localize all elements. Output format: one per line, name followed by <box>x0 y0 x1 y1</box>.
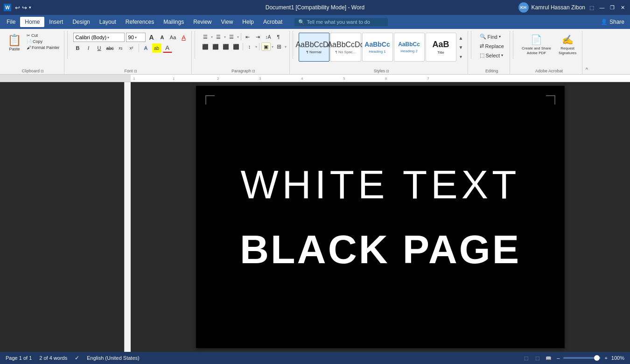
print-layout-button[interactable]: ⬚ <box>521 354 531 362</box>
text-effects-button[interactable]: A <box>141 43 151 53</box>
share-button[interactable]: 👤 Share <box>597 18 628 26</box>
align-center-button[interactable]: ⬛ <box>211 42 220 51</box>
zoom-out-button[interactable]: – <box>557 355 560 361</box>
find-dropdown[interactable]: ▾ <box>499 35 501 39</box>
customize-qat-button[interactable]: ▾ <box>29 5 31 10</box>
menu-help[interactable]: Help <box>238 17 259 27</box>
font-size-selector[interactable]: 90 ▾ <box>126 33 146 42</box>
select-button[interactable]: ⬚ Select ▾ <box>477 51 507 59</box>
ruler: 1 1 2 3 4 5 6 7 <box>0 75 630 82</box>
close-button[interactable]: ✕ <box>619 4 626 11</box>
menu-acrobat[interactable]: Acrobat <box>259 17 287 27</box>
style-title[interactable]: AaB Title <box>426 33 456 62</box>
bullets-button[interactable]: ☰ <box>201 33 210 41</box>
superscript-button[interactable]: x² <box>127 43 136 53</box>
styles-scroll-up[interactable]: ▲ <box>457 33 465 42</box>
ribbon-display-button[interactable]: ⬚ <box>588 4 595 11</box>
zoom-slider[interactable] <box>563 357 601 359</box>
zoom-level: 100% <box>611 355 624 361</box>
multilevel-button[interactable]: ☰ <box>227 33 236 41</box>
line-spacing-button[interactable]: ↕ <box>245 42 254 51</box>
menu-review[interactable]: Review <box>189 17 216 27</box>
copy-icon: 📄 <box>27 39 32 44</box>
font-shrink-button[interactable]: A <box>158 33 167 42</box>
language-selector[interactable]: English (United States) <box>87 355 140 361</box>
shading-button[interactable]: ▣ <box>261 42 271 51</box>
document-area[interactable]: WHITE TEXT BLACK PAGE <box>131 82 630 352</box>
style-normal[interactable]: AaBbCcDc ¶ Normal <box>299 33 329 62</box>
font-content: Calibri (Body) ▾ 90 ▾ A A Aa A B I U <box>72 31 189 68</box>
style-heading2[interactable]: AaBbCc Heading 2 <box>394 33 425 62</box>
menu-insert[interactable]: Insert <box>44 17 68 27</box>
paragraph-label: Paragraph ⊡ <box>200 68 287 74</box>
copy-button[interactable]: 📄 Copy <box>25 39 61 44</box>
numbering-button[interactable]: ☰ <box>214 33 223 41</box>
multilevel-dropdown[interactable]: ▾ <box>237 35 239 39</box>
menu-file[interactable]: File <box>2 17 20 27</box>
justify-button[interactable]: ⬛ <box>231 42 241 51</box>
font-row2: B I U abc x₂ x² A ab A <box>73 43 189 53</box>
clipboard-expand-icon[interactable]: ⊡ <box>41 69 44 73</box>
line-spacing-dropdown[interactable]: ▾ <box>255 45 257 49</box>
italic-button[interactable]: I <box>84 43 93 53</box>
text-highlight-button[interactable]: ab <box>152 43 161 53</box>
menu-mailings[interactable]: Mailings <box>159 17 189 27</box>
request-signatures-button[interactable]: ✍ RequestSignatures <box>556 33 579 56</box>
shading-dropdown[interactable]: ▾ <box>272 45 273 49</box>
show-marks-button[interactable]: ¶ <box>274 33 283 41</box>
font-name-selector[interactable]: Calibri (Body) ▾ <box>73 33 125 42</box>
bold-button[interactable]: B <box>73 43 83 53</box>
menu-layout[interactable]: Layout <box>95 17 121 27</box>
ribbon-collapse-button[interactable]: ^ <box>583 31 590 74</box>
borders-button[interactable]: ⊞ <box>274 42 284 51</box>
font-color-button[interactable]: A <box>163 43 172 53</box>
zoom-in-button[interactable]: + <box>604 355 607 361</box>
doc-content: WHITE TEXT BLACK PAGE <box>196 86 565 348</box>
style-no-spacing[interactable]: AaBbCcDc ¶ No Spac... <box>330 33 361 62</box>
clear-format-button[interactable]: A <box>179 33 189 42</box>
restore-button[interactable]: ❐ <box>609 4 616 11</box>
undo-button[interactable]: ↩ <box>15 4 20 11</box>
align-right-button[interactable]: ⬛ <box>221 42 231 51</box>
menu-references[interactable]: References <box>121 17 159 27</box>
search-box[interactable]: 🔍 Tell me what you want to do <box>294 18 388 26</box>
doc-text-line2[interactable]: BLACK PAGE <box>240 226 521 273</box>
font-grow-button[interactable]: A <box>147 33 156 42</box>
styles-scroll-down[interactable]: ▼ <box>457 42 465 52</box>
menu-view[interactable]: View <box>217 17 238 27</box>
change-case-button[interactable]: Aa <box>168 33 178 42</box>
create-share-pdf-button[interactable]: 📄 Create and ShareAdobe PDF <box>519 33 554 56</box>
read-mode-button[interactable]: 📖 <box>544 354 553 362</box>
increase-indent-button[interactable]: ⇥ <box>253 33 263 41</box>
menu-home[interactable]: Home <box>20 17 44 27</box>
web-layout-button[interactable]: ⬚ <box>532 354 542 362</box>
numbering-dropdown[interactable]: ▾ <box>224 35 226 39</box>
decrease-indent-button[interactable]: ⇤ <box>243 33 252 41</box>
sort-button[interactable]: ↕A <box>264 33 273 41</box>
menu-design[interactable]: Design <box>68 17 94 27</box>
document-page[interactable]: WHITE TEXT BLACK PAGE <box>196 86 565 348</box>
format-painter-button[interactable]: 🖌 Format Painter <box>25 45 61 50</box>
status-bar-right: ⬚ ⬚ 📖 – + 100% <box>521 354 624 362</box>
subscript-button[interactable]: x₂ <box>116 43 126 53</box>
font-expand-icon[interactable]: ⊡ <box>134 69 137 73</box>
styles-more[interactable]: ▾ <box>457 52 465 61</box>
minimize-button[interactable]: — <box>598 4 606 11</box>
paste-button[interactable]: 📋 Paste <box>5 33 24 53</box>
align-left-button[interactable]: ⬛ <box>201 42 210 51</box>
spell-check-icon[interactable]: ✓ <box>75 355 79 361</box>
style-heading1[interactable]: AaBbCc Heading 1 <box>362 33 393 62</box>
doc-text-line1[interactable]: WHITE TEXT <box>240 161 520 208</box>
strikethrough-button[interactable]: abc <box>105 43 115 53</box>
paragraph-expand-icon[interactable]: ⊡ <box>252 69 255 73</box>
borders-dropdown[interactable]: ▾ <box>285 45 287 49</box>
select-dropdown[interactable]: ▾ <box>501 53 503 57</box>
cut-button[interactable]: ✂ Cut <box>25 33 61 38</box>
underline-button[interactable]: U <box>95 43 104 53</box>
redo-button[interactable]: ↪ <box>22 4 27 11</box>
paragraph-content: ☰ ▾ ☰ ▾ ☰ ▾ ⇤ ⇥ ↕A ¶ ⬛ ⬛ ⬛ ⬛ <box>200 31 287 68</box>
replace-button[interactable]: ⇄ Replace <box>477 42 507 50</box>
find-button[interactable]: 🔍 Find ▾ <box>477 33 507 41</box>
bullets-dropdown[interactable]: ▾ <box>211 35 213 39</box>
styles-expand-icon[interactable]: ⊡ <box>386 69 389 73</box>
